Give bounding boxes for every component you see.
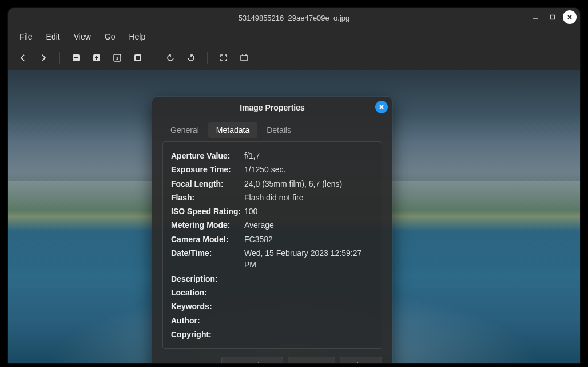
metadata-row: Author: — [171, 314, 374, 327]
aperture-value: f/1,7 — [244, 150, 374, 161]
previous-button[interactable]: Previous — [221, 357, 283, 363]
fullscreen-button[interactable] — [216, 50, 232, 66]
flash-value: Flash did not fire — [244, 192, 374, 203]
maximize-button[interactable] — [546, 10, 559, 24]
iso-label: ISO Speed Rating: — [171, 206, 244, 217]
zoom-in-icon — [92, 53, 101, 62]
menu-edit[interactable]: Edit — [41, 30, 66, 44]
description-value — [244, 273, 374, 285]
metadata-row: ISO Speed Rating: 100 — [171, 204, 374, 218]
copyright-value — [244, 329, 374, 340]
next-button[interactable]: Next — [288, 357, 335, 363]
window-title: 53149855216_29ae47e09e_o.jpg — [239, 14, 349, 22]
metadata-row: Focal Length: 24,0 (35mm film), 6,7 (len… — [171, 177, 374, 191]
close-label: Close — [351, 361, 371, 363]
zoom-original-icon: 1 — [113, 53, 122, 62]
close-icon — [567, 14, 573, 20]
zoom-in-button[interactable] — [89, 50, 105, 66]
gallery-icon — [240, 53, 249, 62]
previous-label: Previous — [241, 361, 272, 363]
separator — [59, 52, 60, 64]
metering-label: Metering Mode: — [171, 219, 244, 231]
menu-go[interactable]: Go — [99, 30, 121, 44]
exposure-label: Exposure Time: — [171, 164, 244, 175]
next-image-button[interactable] — [35, 50, 51, 66]
close-icon — [379, 104, 384, 110]
rotate-right-icon — [186, 53, 196, 62]
dialog-footer: Previous Next Close — [152, 349, 392, 363]
copyright-label: Copyright: — [171, 329, 244, 340]
tab-general[interactable]: General — [162, 122, 207, 138]
zoom-100-button[interactable]: 1 — [109, 50, 125, 66]
next-label: Next — [308, 361, 324, 363]
metadata-row: Copyright: — [171, 327, 374, 341]
svg-text:1: 1 — [116, 56, 119, 61]
dialog-title: Image Properties — [240, 103, 305, 112]
separator — [207, 52, 208, 64]
minimize-icon — [533, 14, 538, 20]
rotate-left-button[interactable] — [162, 50, 178, 66]
menubar: File Edit View Go Help — [8, 27, 580, 46]
author-value — [244, 315, 374, 326]
svg-rect-7 — [241, 56, 248, 60]
metadata-row: Aperture Value: f/1,7 — [171, 149, 374, 163]
gallery-button[interactable] — [236, 50, 252, 66]
tab-details[interactable]: Details — [259, 122, 299, 138]
camera-value: FC3582 — [244, 234, 374, 245]
metering-value: Average — [244, 219, 374, 231]
metadata-row: Description: — [171, 272, 374, 286]
window-close-button[interactable] — [563, 10, 577, 24]
menu-view[interactable]: View — [68, 30, 97, 44]
datetime-label: Date/Time: — [171, 247, 244, 271]
exposure-value: 1/1250 sec. — [244, 164, 374, 175]
rotate-left-icon — [166, 53, 175, 62]
metadata-row: Exposure Time: 1/1250 sec. — [171, 163, 374, 176]
focal-value: 24,0 (35mm film), 6,7 (lens) — [244, 178, 374, 190]
menu-help[interactable]: Help — [123, 30, 151, 44]
keywords-value — [244, 301, 374, 312]
dialog-close-button[interactable] — [375, 101, 388, 113]
toolbar: 1 — [8, 46, 580, 70]
focal-label: Focal Length: — [171, 178, 244, 190]
datetime-value: Wed, 15 February 2023 12:59:27 PM — [244, 247, 374, 271]
zoom-out-icon — [71, 53, 81, 62]
window-controls — [529, 10, 577, 24]
zoom-fit-icon — [133, 53, 142, 62]
metadata-row: Camera Model: FC3582 — [171, 232, 374, 246]
svg-rect-0 — [551, 15, 555, 19]
metadata-row: Metering Mode: Average — [171, 218, 374, 232]
image-properties-dialog: Image Properties General Metadata Detail… — [152, 97, 392, 363]
metadata-row: Flash: Flash did not fire — [171, 191, 374, 204]
tab-metadata[interactable]: Metadata — [208, 122, 257, 138]
close-button[interactable]: Close — [340, 357, 382, 363]
dialog-header: Image Properties — [152, 97, 392, 119]
zoom-fit-button[interactable] — [130, 50, 146, 66]
metadata-row: Date/Time: Wed, 15 February 2023 12:59:2… — [171, 246, 374, 272]
maximize-icon — [550, 14, 555, 20]
aperture-label: Aperture Value: — [171, 150, 244, 161]
zoom-out-button[interactable] — [68, 50, 84, 66]
dialog-tabs: General Metadata Details — [152, 119, 392, 138]
prev-image-button[interactable] — [15, 50, 31, 66]
metadata-row: Keywords: — [171, 299, 374, 313]
minimize-button[interactable] — [529, 10, 542, 24]
flash-label: Flash: — [171, 192, 244, 203]
location-value — [244, 287, 374, 298]
chevron-right-icon — [299, 362, 305, 363]
chevron-right-icon — [39, 54, 47, 62]
description-label: Description: — [171, 273, 244, 285]
chevron-left-icon — [232, 362, 239, 363]
iso-value: 100 — [244, 206, 374, 217]
svg-rect-6 — [136, 56, 140, 60]
camera-label: Camera Model: — [171, 234, 244, 245]
metadata-row: Location: — [171, 286, 374, 299]
titlebar: 53149855216_29ae47e09e_o.jpg — [8, 8, 580, 27]
keywords-label: Keywords: — [171, 301, 244, 312]
fullscreen-icon — [219, 53, 228, 62]
separator — [154, 52, 154, 64]
menu-file[interactable]: File — [14, 30, 38, 44]
chevron-left-icon — [19, 54, 27, 62]
rotate-right-button[interactable] — [183, 50, 199, 66]
author-label: Author: — [171, 315, 244, 326]
main-window: 53149855216_29ae47e09e_o.jpg File Edit V… — [8, 8, 580, 363]
